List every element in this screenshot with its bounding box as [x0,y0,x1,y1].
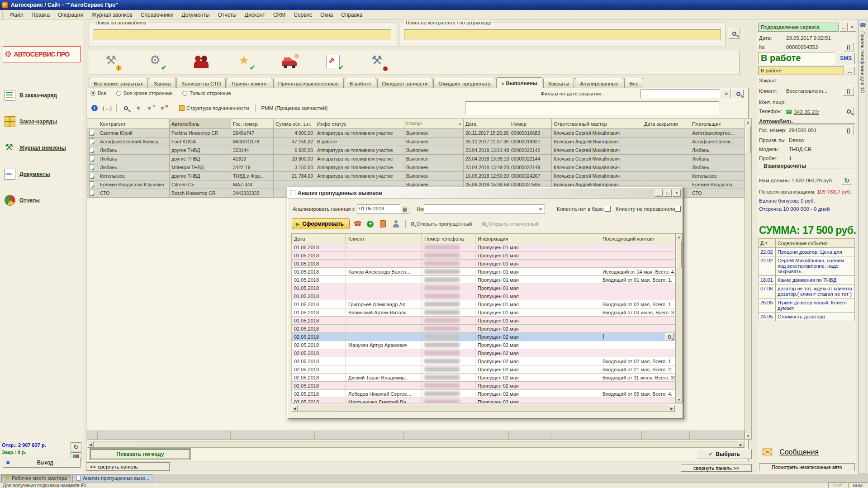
orders-hscrollbar[interactable]: ◀ ▶ [87,441,745,448]
orders-column-header[interactable]: Статус [404,119,464,129]
orders-column-header[interactable]: Автомобиль [170,119,231,129]
service-unit-field[interactable]: Подразделение сервиса [758,23,839,32]
menu-item[interactable]: Справка [337,10,366,19]
toolbar-action-icon[interactable] [193,54,211,72]
status-tab[interactable]: ● Анулированные [575,78,623,88]
status-tab[interactable]: ● Ожидают предоплату [433,78,495,88]
event-row[interactable]: 22.02 Процени дозатор. Цена для [759,248,855,256]
refresh-sums-button[interactable]: ↻ [71,442,81,451]
find-button[interactable] [121,104,131,113]
missed-call-row[interactable]: 02.05.2018 Лебедев Николай Сергее... Про… [292,390,676,398]
collapse-panel-left-button[interactable]: << свернуть панель [86,462,170,471]
scope-radio[interactable]: Все [90,90,106,96]
open-missed-button[interactable]: Открыть пропущенный [411,221,472,227]
scroll-thumb[interactable] [95,442,135,447]
status-tab[interactable]: ● Принят клиент [227,78,272,88]
event-row[interactable]: 22.02 Сергей Михайлович, оценим под восс… [759,256,855,276]
missed-call-row[interactable]: 02.05.2018 Мартыненко Дмитрий Ва... Проп… [292,398,676,404]
phone-search-button[interactable] [843,107,854,116]
toolbar-action-icon[interactable] [282,54,300,72]
number-filter-input[interactable] [424,204,545,214]
order-row[interactable]: Астафьев Евгений Алекса... Ford KUGA М09… [87,137,745,146]
resize-columns-button[interactable]: (↔) [102,104,112,113]
attachments-button[interactable] [843,43,854,52]
orders-column-header[interactable]: Плательщик [690,119,745,129]
status-tab[interactable]: ● В работе [345,78,376,88]
scroll-left-icon[interactable]: ◀ [291,405,298,412]
no-base-checkbox[interactable] [605,206,611,212]
toolbar-action-icon[interactable]: ⚒ [370,54,389,72]
orders-vscrollbar[interactable]: ▲ ▼ [745,118,752,440]
missed-calls-column-header[interactable]: Клиент [346,234,422,243]
status-tab[interactable]: ● Ожидают запчасти [377,78,433,88]
debt-label[interactable]: Нам должны [759,178,790,183]
filter-search-button[interactable] [733,89,744,98]
taskbar-tab[interactable]: Анализ пропущенных вызо... [72,474,153,482]
status-field[interactable]: В работе [758,66,844,75]
menu-item[interactable]: Сервис [289,10,316,19]
status-tab[interactable]: ● Закрыты [543,78,574,88]
date-filter-input[interactable]: . . [640,89,720,98]
events-text-header[interactable]: Содержание события [776,239,855,248]
orders-column-header[interactable]: Сумма осн. з.н. [274,119,315,129]
scroll-up-icon[interactable]: ▲ [676,234,682,240]
missed-call-row[interactable]: 01.05.2018 Вавинский Артем Виталь... Про… [292,308,676,317]
sidebar-item[interactable]: Документы [5,169,81,180]
missed-calls-column-header[interactable]: Информация [475,234,600,243]
missed-call-row[interactable]: 01.05.2018 Пропущен 01 мая | [292,260,676,268]
debt-value[interactable]: 1 632 064,26 руб. [792,178,833,183]
toolbar-action-icon[interactable]: ⇗✔ [326,54,344,72]
car-attachments-button[interactable] [843,126,854,135]
filter-clear-button[interactable]: ▼ [159,104,169,113]
menu-item[interactable]: Справочники [137,10,178,19]
search-contragent-input[interactable] [404,29,721,39]
clipboard-button[interactable] [379,219,388,228]
toolbar-grip[interactable] [2,11,4,19]
missed-call-row[interactable]: 02.05.2018 Пропущен 02 мая |Входящий от … [292,357,676,365]
orders-column-header[interactable]: Гос. номер [231,119,274,129]
missed-call-row[interactable]: 02.05.2018 Манукян Артур Арамович Пропущ… [292,341,676,349]
scroll-thumb[interactable] [299,406,339,411]
menu-item[interactable]: Дисконт [241,10,269,19]
client-card-button[interactable] [391,219,400,228]
missed-calls-column-header[interactable]: Номер телефона [422,234,475,243]
event-row[interactable]: 07.06 дозатор не тот, ждем от клиента до… [759,284,855,298]
missed-calls-column-header[interactable]: Последующий контакт [600,234,676,243]
missed-call-row[interactable]: 02.05.2018 Диский Тарас Владимир... Проп… [292,374,676,382]
scroll-down-icon[interactable]: ▼ [676,397,682,403]
phone-value-wrap[interactable]: ☎ 342-35-23; [785,109,819,115]
order-row[interactable]: Любань Moterpal ТНВД 3422-19 3 150,00 Ап… [87,163,745,172]
messages-link[interactable]: ✉ Сообщения [762,444,819,460]
event-row[interactable]: 25.05 Нужен дозатор новый. Клиент думает… [759,298,855,313]
open-answered-button[interactable]: Открыть отвеченный [482,221,539,227]
missed-call-row[interactable]: 01.05.2018 Катков Александр Вален... Про… [292,268,676,276]
event-row[interactable]: 24.05 Стоимость дозатора [759,313,855,321]
missed-call-row[interactable]: 02.05.2018 Пропущен 02 мая | [292,333,676,341]
missed-call-row[interactable]: 01.05.2018 Пропущен 01 мая | [292,292,676,300]
collapse-panel-right-button[interactable]: свернуть панель >> [681,464,752,472]
orders-column-header[interactable]: Инфо статус [315,119,404,129]
missed-call-row[interactable]: 01.05.2018 Пропущен 01 мая | [292,317,676,325]
view-unrecorded-button[interactable]: Посмотреть незаписанные авто [759,463,855,471]
row-icon-header[interactable] [87,119,98,129]
toolbar-action-icon[interactable]: ★✔ [237,54,256,72]
missed-call-row[interactable]: 01.05.2018 Григорьев Александр Ал... Про… [292,300,676,308]
menu-item[interactable]: Операции [54,10,87,19]
orders-column-header[interactable]: Ответственный мастер [552,119,642,129]
filter-edit-button[interactable]: ▼ [146,104,156,113]
analyze-from-input[interactable]: 01.05.2018 [357,204,400,214]
rmm-button[interactable]: РММ (Проценка запчастей) [260,104,330,112]
order-row[interactable]: Светлов Юрий Perkins Инжектор CR 2645а74… [87,129,745,137]
sms-button[interactable]: SMS [837,52,855,64]
menu-item[interactable]: Журнал звонков [87,10,137,19]
missed-call-row[interactable]: 01.05.2018 Пропущен 01 мая | [292,251,676,260]
debt-refresh-button[interactable]: ↻ [841,175,852,185]
status-tab[interactable]: ● Принятые>выполненные [273,78,344,88]
status-pick-button[interactable]: ... [845,66,855,75]
service-unit-clear-button[interactable]: × [848,23,856,32]
orders-column-header[interactable]: Номер [509,119,552,129]
search-auto-input[interactable] [94,29,391,39]
scroll-right-icon[interactable]: ▶ [738,441,744,448]
select-button[interactable]: ✔ Выбрать [697,449,752,459]
order-row[interactable]: Котельское другие ТНВД ТНВД и Фор... 21 … [87,172,745,180]
